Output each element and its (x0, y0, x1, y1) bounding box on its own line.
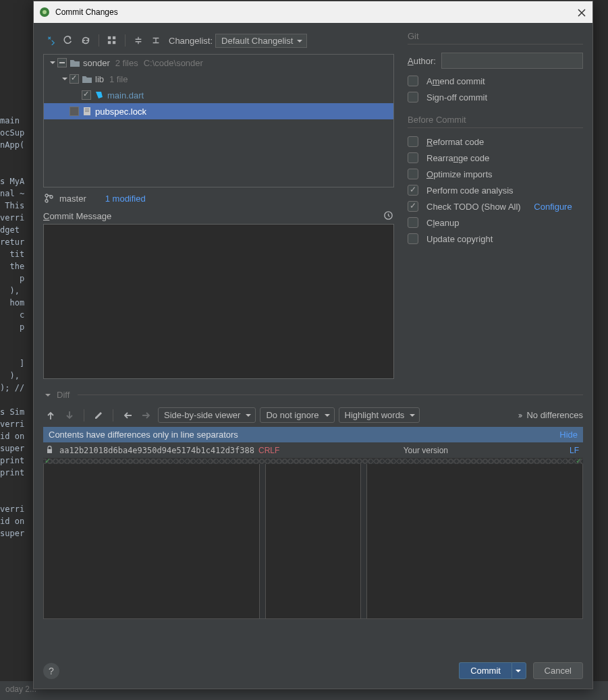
tree-label: sonder (83, 58, 110, 68)
author-input[interactable] (441, 53, 583, 69)
no-diff-label: No differences (526, 410, 583, 420)
check-icon: ✓ (576, 457, 582, 465)
svg-rect-5 (113, 41, 115, 44)
diff-pane-left[interactable] (44, 464, 259, 618)
tree-meta-path: C:\code\sonder (144, 58, 203, 68)
your-version-label: Your version (404, 446, 448, 455)
diff-pane-middle[interactable] (266, 464, 360, 618)
svg-rect-2 (108, 36, 111, 39)
expand-all-icon[interactable] (131, 33, 146, 48)
edit-icon[interactable] (91, 408, 106, 423)
branch-name[interactable]: master (59, 194, 86, 204)
diff-pane-right[interactable] (367, 464, 582, 618)
diff-separator: ✓ ✓ (43, 459, 583, 464)
checkbox-reformat[interactable] (408, 136, 418, 147)
tree-label: lib (95, 74, 104, 84)
svg-rect-8 (85, 110, 89, 111)
signoff-label: Sign-off commit (426, 92, 487, 103)
changelist-dropdown[interactable]: Default Changelist (215, 34, 307, 48)
ignore-dropdown[interactable]: Do not ignore (260, 407, 334, 423)
svg-rect-14 (47, 449, 52, 453)
undo-icon[interactable] (61, 33, 76, 48)
svg-rect-4 (113, 36, 115, 39)
info-text: Contents have differences only in line s… (49, 430, 238, 440)
checkbox-root[interactable] (57, 58, 67, 67)
tree-row-lib[interactable]: lib 1 file (44, 71, 393, 87)
reformat-label: Reformat code (426, 137, 484, 147)
folder-icon (70, 57, 80, 68)
group-by-icon[interactable] (105, 33, 119, 48)
prev-diff-icon[interactable] (43, 408, 58, 423)
lf-label: LF (570, 446, 583, 455)
commit-message-textarea[interactable] (43, 224, 394, 379)
checkbox-analysis[interactable] (408, 185, 418, 196)
forward-icon[interactable] (139, 408, 154, 423)
folder-icon (82, 74, 92, 84)
svg-point-10 (45, 194, 48, 197)
help-button[interactable]: ? (43, 663, 59, 679)
optimize-label: Optimize imports (426, 169, 493, 179)
refresh-icon[interactable] (43, 33, 58, 48)
checkbox-file[interactable] (82, 90, 91, 100)
git-section-header: Git (408, 31, 583, 45)
amend-label: Amend commit (426, 76, 485, 86)
dart-file-icon (94, 90, 105, 100)
svg-rect-3 (108, 41, 111, 44)
commit-toolbar: Changelist: Default Changelist (43, 31, 394, 50)
changelist-label: Changelist: (169, 36, 213, 46)
tree-row-root[interactable]: sonder 2 files C:\code\sonder (44, 55, 393, 71)
commit-button[interactable]: Commit (459, 662, 512, 679)
cancel-button[interactable]: Cancel (533, 662, 583, 679)
close-icon[interactable] (578, 7, 587, 17)
lock-file-icon (82, 106, 92, 117)
checkbox-cleanup[interactable] (408, 217, 418, 228)
checkbox-todo[interactable] (408, 201, 418, 212)
refresh-vcs-icon[interactable] (78, 33, 93, 48)
checkbox-lib[interactable] (70, 74, 79, 84)
viewer-dropdown[interactable]: Side-by-side viewer (158, 407, 256, 423)
tree-meta: 2 files (115, 58, 138, 68)
lock-icon (46, 446, 55, 455)
tree-file-label: main.dart (107, 90, 144, 100)
checkbox-signoff[interactable] (408, 92, 418, 103)
checkbox-amend[interactable] (408, 76, 418, 86)
checkbox-rearrange[interactable] (408, 152, 418, 163)
tree-row-file-selected[interactable]: pubspec.lock (44, 103, 393, 119)
cleanup-label: Cleanup (426, 218, 459, 228)
diff-info-bar: Contents have differences only in line s… (43, 427, 583, 442)
diff-label: Diff (57, 390, 70, 400)
chevron-down-icon[interactable] (43, 390, 53, 400)
history-icon[interactable] (383, 210, 394, 221)
titlebar: Commit Changes (34, 1, 592, 23)
rearrange-label: Rearrange code (426, 153, 489, 163)
chevron-down-icon[interactable] (48, 58, 57, 67)
checkbox-file[interactable] (70, 107, 79, 116)
tree-meta: 1 file (109, 74, 128, 84)
crlf-label: CRLF (258, 446, 279, 455)
commit-button-dropdown[interactable] (512, 662, 526, 679)
app-icon (39, 7, 50, 18)
back-icon[interactable] (120, 408, 135, 423)
chevron-down-icon[interactable] (60, 74, 70, 84)
tree-row-file[interactable]: main.dart (44, 87, 393, 103)
checkbox-optimize[interactable] (408, 169, 418, 179)
checkbox-copyright[interactable] (408, 233, 418, 244)
modified-link[interactable]: 1 modified (105, 194, 146, 204)
hide-link[interactable]: Hide (559, 430, 578, 440)
commit-dialog: Commit Changes Changelist: Default Chang… (33, 1, 593, 689)
next-diff-icon[interactable] (62, 408, 77, 423)
background-editor: main ocSup nApp( s MyA nal ~ This verri … (0, 0, 34, 681)
diff-viewer[interactable] (43, 464, 583, 619)
tree-file-label: pubspec.lock (95, 107, 146, 117)
svg-point-11 (45, 200, 48, 202)
svg-rect-7 (85, 109, 89, 109)
before-commit-header: Before Commit (408, 115, 583, 128)
expand-icon[interactable]: ›› (518, 410, 522, 420)
copyright-label: Update copyright (426, 234, 493, 244)
configure-link[interactable]: Configure (534, 202, 572, 212)
collapse-all-icon[interactable] (148, 33, 163, 48)
highlight-dropdown[interactable]: Highlight words (339, 407, 420, 423)
todo-label: Check TODO (Show All) (426, 202, 521, 212)
changes-tree[interactable]: sonder 2 files C:\code\sonder lib 1 file (43, 54, 394, 187)
check-icon: ✓ (45, 457, 51, 465)
